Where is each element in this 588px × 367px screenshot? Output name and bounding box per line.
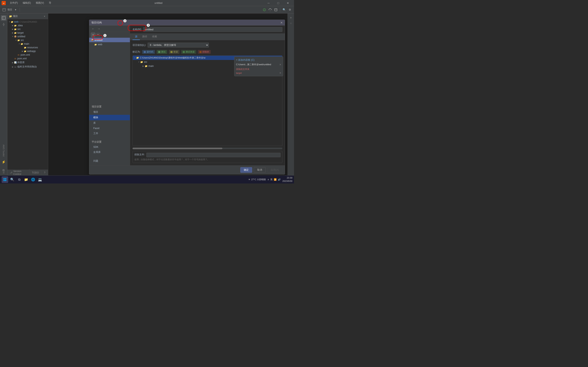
module-item-untitled[interactable]: 📦 untitled (89, 38, 130, 42)
activity-commit[interactable] (1, 22, 7, 27)
system-tray: ∧ 英 📶 🔊 (268, 178, 281, 181)
settings-icon[interactable]: ⚙ (287, 7, 292, 12)
nav-item-project[interactable]: 项目 (89, 109, 130, 115)
mark-resource[interactable]: 资源 (169, 50, 180, 54)
weather-info: ☀ 27°C 大部晴朗 (248, 178, 266, 181)
module-list-header: + ⧉ (89, 32, 130, 38)
popup-path-close[interactable]: ✕ (279, 63, 281, 66)
title-bar: IJ 文件(F) 编辑(E) 视图(V) 导 untitled ─ □ ✕ (0, 0, 294, 6)
nav-item-module[interactable]: 模块 (89, 115, 130, 120)
path-scrollbar[interactable] (132, 148, 282, 149)
tree-item-src[interactable]: ▶ 📁 src (7, 27, 48, 31)
ide-taskbar-button[interactable]: 💻 (37, 177, 43, 183)
lang-level-select[interactable]: 8 - lambda、类型注解等 (148, 43, 209, 48)
activity-aws[interactable]: ⚡ (1, 159, 7, 165)
path-main-folder-icon: 📁 (145, 65, 148, 67)
tree-item-untitled[interactable]: ▾ 📦 untitled (7, 35, 48, 38)
dialog-title: 项目结构 (91, 21, 102, 25)
version-control-tab[interactable]: ⎇ Version Control (7, 169, 29, 175)
path-root-folder-icon: 📁 (136, 57, 139, 59)
exclude-section: 排除文件: 使用 ; 分隔名称模式，对于任意数量的符号使用 *，对于一个符号则使… (132, 151, 282, 163)
close-button[interactable]: ✕ (283, 0, 292, 6)
panel-dropdown[interactable]: ▾ (43, 15, 46, 18)
lang-level-label: 语言级别(L): (132, 43, 146, 47)
toolbar-icon-3[interactable] (273, 7, 278, 12)
tree-item-target[interactable]: ▶ 📁 target (7, 31, 48, 35)
nav-section-other: 问题 (89, 157, 130, 165)
nav-back-button[interactable]: ← (91, 27, 95, 31)
copy-module-button[interactable]: ⧉ (96, 33, 100, 37)
tree-item-web[interactable]: ▾ 📁 web C:\Users\ZHUANG\ (7, 20, 48, 24)
excluded-close[interactable]: ✕ (279, 72, 281, 75)
search-icon[interactable]: 🔍 (282, 7, 287, 12)
tray-up-arrow[interactable]: ∧ (268, 178, 269, 181)
structure-label: 结构 (2, 166, 6, 169)
panel-icon: 📁 (9, 15, 12, 18)
mark-test[interactable]: 测试 (156, 50, 167, 54)
cancel-button[interactable]: 取消 (254, 167, 266, 173)
activity-project[interactable] (1, 15, 7, 21)
tab-path[interactable]: 路径 (140, 34, 150, 40)
add-module-button[interactable]: + (91, 33, 95, 37)
tree-item-untitled-src[interactable]: ▾ 📁 src (7, 38, 48, 42)
start-button[interactable] (2, 176, 8, 183)
exclude-label: 排除文件: (134, 153, 145, 156)
menu-edit[interactable]: 编辑(E) (21, 1, 33, 5)
module-name-input[interactable] (143, 27, 282, 32)
exclude-hint: 使用 ; 分隔名称模式，对于任意数量的符号使用 *，对于一个符号则使用 ?。 (134, 158, 281, 161)
right-popup: + 添加内容根 (C) C:\Users\...第二章作业\web\untitl… (234, 57, 283, 76)
network-icon: 📶 (274, 178, 277, 181)
mark-source[interactable]: 源代码 (142, 50, 155, 54)
vc-icon: ⎇ (10, 171, 12, 174)
confirm-button[interactable]: 确定 (240, 167, 252, 173)
right-panel: ◈ ≡ (287, 13, 294, 175)
maximize-button[interactable]: □ (274, 0, 283, 6)
todo-tab[interactable]: TODO (29, 170, 42, 175)
mark-test-resource[interactable]: 测试资源 (181, 50, 196, 54)
right-icon-1[interactable]: ◈ (288, 15, 293, 20)
tree-item-pom2[interactable]: ▶ m pom.xml (7, 57, 48, 60)
tree-item-scratch[interactable]: ▶ 🗂 临时文件和控制台 (7, 65, 48, 69)
menu-file[interactable]: 文件(F) (8, 1, 19, 5)
menu-view[interactable]: 视图(V) (34, 1, 45, 5)
right-icon-2[interactable]: ≡ (288, 21, 293, 26)
nav-forward-button[interactable]: → (96, 27, 101, 31)
add-content-root-button[interactable]: + 添加内容根 (C) (236, 58, 281, 62)
tree-item-idea[interactable]: ▶ 📁 .idea (7, 24, 48, 27)
tree-item-main[interactable]: ▾ 📁 main (7, 42, 48, 46)
panel-title: 项目 (13, 15, 42, 18)
tree-item-resources[interactable]: ▶ 📁 resources (7, 46, 48, 49)
nav-item-facet[interactable]: Facet (89, 126, 130, 131)
nav-item-global-lib[interactable]: 全局库 (89, 150, 130, 155)
tree-item-pom1[interactable]: ▶ m pom.xml (7, 53, 48, 57)
nav-item-artifact[interactable]: 工件 (89, 131, 130, 136)
path-src-folder-icon: 📁 (140, 61, 143, 63)
taskview-button[interactable]: ⧉ (16, 177, 22, 183)
toolbar-icon-1[interactable]: ✓ (262, 7, 267, 12)
lang-indicator[interactable]: 英 (270, 178, 273, 181)
tab-source[interactable]: 源 (132, 34, 140, 40)
tab-dependency[interactable]: 依赖 (150, 34, 159, 40)
minimize-button[interactable]: ─ (264, 0, 273, 6)
tree-item-webapp[interactable]: ▶ 📁 webapp (7, 49, 48, 53)
nav-item-issues[interactable]: 问题 (89, 158, 130, 164)
explorer-button[interactable]: 📁 (23, 177, 29, 183)
nav-item-sdk[interactable]: SDK (89, 145, 130, 150)
dialog-close-button[interactable]: ✕ (280, 21, 283, 24)
tree-item-external[interactable]: ▶ 📊 外部库 (7, 60, 48, 65)
module-item-web[interactable]: 📁 web (89, 42, 130, 47)
path-arrow-down: ▾ (134, 57, 135, 59)
nav-item-lib[interactable]: 库 (89, 120, 130, 126)
mark-excluded[interactable]: 排除的 (198, 50, 211, 54)
apply-button[interactable]: 应用(A) (267, 167, 282, 173)
exclude-input[interactable] (146, 153, 281, 157)
path-src-arrow: ▾ (138, 61, 139, 63)
activity-structure[interactable]: ☰ (1, 170, 7, 175)
excluded-color-icon (199, 51, 201, 53)
menu-nav[interactable]: 导 (47, 1, 53, 5)
browser-button[interactable]: 🌐 (30, 177, 36, 183)
dropdown-icon[interactable]: ▾ (13, 7, 18, 12)
toolbar-icon-2[interactable] (268, 7, 273, 12)
search-taskbar-button[interactable]: 🔍 (9, 177, 15, 183)
help-btn[interactable]: ? (42, 170, 48, 175)
